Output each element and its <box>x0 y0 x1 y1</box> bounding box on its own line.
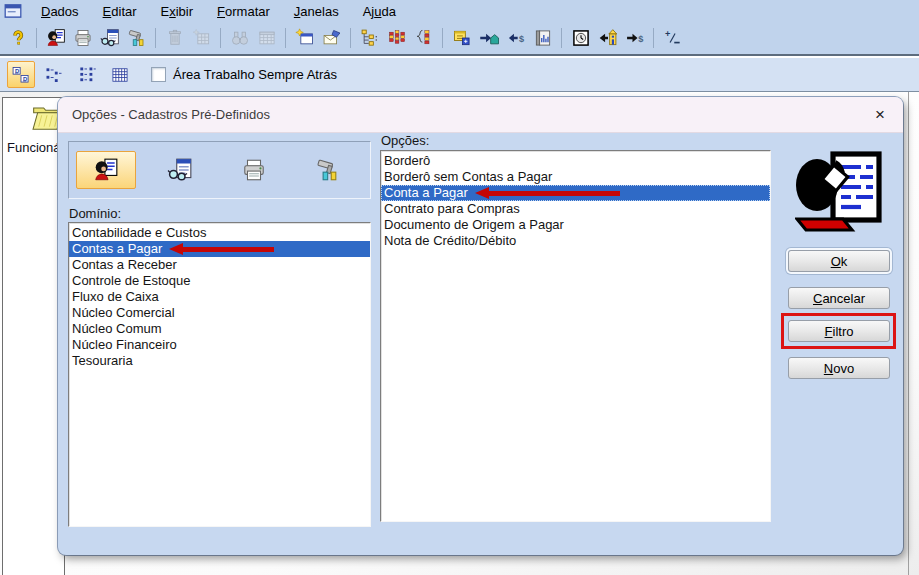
menu-exibir[interactable]: Exibir <box>149 1 206 22</box>
report-icon <box>533 28 553 48</box>
table-view-button <box>253 25 280 51</box>
report-button[interactable] <box>529 25 556 51</box>
workspace: Funcioná Opções - Cadastros Pré-Definido… <box>0 92 919 575</box>
menu-janelas[interactable]: Janelas <box>282 1 351 22</box>
domain-list-item[interactable]: Núcleo Comum <box>69 321 370 337</box>
red-arrow-annotation <box>169 243 274 255</box>
options-listbox: Borderô Borderô sem Contas a Pagar Conta… <box>380 150 771 522</box>
ok-button[interactable]: Ok <box>788 250 890 272</box>
tileh-icon <box>44 65 64 85</box>
toolbar-button <box>280 26 291 50</box>
dollar-left-button[interactable] <box>502 25 529 51</box>
options-dialog: Opções - Cadastros Pré-Definidos × Domín… <box>58 97 903 555</box>
arrange-icon <box>11 65 31 85</box>
details-view-button[interactable] <box>106 61 134 88</box>
area-trabalho-checkbox-label: Área Trabalho Sempre Atrás <box>173 67 337 82</box>
clock-icon <box>571 28 591 48</box>
tree-icon <box>360 28 380 48</box>
tile-grid-button[interactable] <box>73 61 101 88</box>
options-list-item[interactable]: Nota de Crédito/Débito <box>381 233 770 249</box>
cascade-windows-button[interactable] <box>448 25 475 51</box>
tools-button[interactable] <box>123 25 150 51</box>
options-list-item[interactable]: Documento de Origem a Pagar <box>381 217 770 233</box>
cancel-button[interactable]: Cancelar <box>788 287 890 309</box>
tools-icon <box>127 28 147 48</box>
employee-category-button[interactable] <box>76 151 136 189</box>
domain-list-item[interactable]: Tesouraria <box>69 353 370 369</box>
delete-icon <box>165 28 185 48</box>
employee-record-button[interactable] <box>42 25 69 51</box>
child-window-icon[interactable] <box>3 3 23 19</box>
options-list-item[interactable]: Conta a Pagar <box>381 185 770 201</box>
dollarleft-icon <box>506 28 526 48</box>
domain-list-item[interactable]: Contas a Receber <box>69 257 370 273</box>
home-left-button[interactable] <box>594 25 621 51</box>
new-window-button[interactable] <box>291 25 318 51</box>
options-list-item[interactable]: Borderô sem Contas a Pagar <box>381 169 770 185</box>
help-icon <box>8 28 28 48</box>
columns-view-button[interactable] <box>383 25 410 51</box>
print-category-button[interactable] <box>224 151 284 189</box>
menu-dados[interactable]: Dados <box>29 1 91 22</box>
help-button[interactable] <box>4 25 31 51</box>
plus-minus-button[interactable] <box>659 25 686 51</box>
domain-list-item[interactable]: Controle de Estoque <box>69 273 370 289</box>
search-button <box>226 25 253 51</box>
delete-button <box>161 25 188 51</box>
person-document-illustration <box>795 151 885 235</box>
tile-cascade-button[interactable] <box>40 61 68 88</box>
newwin-icon <box>295 28 315 48</box>
menu-ajuda[interactable]: Ajuda <box>351 1 408 22</box>
main-toolbar <box>0 22 919 56</box>
homein-icon <box>479 28 499 48</box>
print-icon <box>73 28 93 48</box>
dollarright-icon <box>625 28 645 48</box>
arrange-windows-button[interactable] <box>7 61 35 88</box>
options-list-item[interactable]: Contrato para Compras <box>381 201 770 217</box>
category-icon-panel <box>68 141 371 199</box>
dialog-titlebar[interactable]: Opções - Cadastros Pré-Definidos × <box>58 97 903 133</box>
details-icon <box>110 65 130 85</box>
print-preview-button[interactable] <box>96 25 123 51</box>
employee-icon <box>93 157 119 183</box>
domain-list-item[interactable]: Fluxo de Caixa <box>69 289 370 305</box>
windows-icon <box>452 28 472 48</box>
domain-list-item[interactable]: Contabilidade e Custos <box>69 225 370 241</box>
options-label: Opções: <box>381 133 429 148</box>
group-view-button[interactable] <box>410 25 437 51</box>
print-icon <box>241 157 267 183</box>
domain-list-item[interactable]: Contas a Pagar <box>69 241 370 257</box>
employee-icon <box>46 28 66 48</box>
print-button[interactable] <box>69 25 96 51</box>
menu-items: DadosEditarExibirFormatarJanelasAjuda <box>29 0 408 22</box>
options-list-item[interactable]: Borderô <box>381 153 770 169</box>
preview-icon <box>100 28 120 48</box>
toolbar-button <box>215 26 226 50</box>
toolbar-button <box>648 26 659 50</box>
area-trabalho-checkbox[interactable] <box>151 67 166 82</box>
domain-list-item[interactable]: Núcleo Financeiro <box>69 337 370 353</box>
menu-formatar[interactable]: Formatar <box>205 1 282 22</box>
toolbar-button <box>31 26 42 50</box>
filter-button[interactable]: Filtro <box>788 320 890 342</box>
preview-icon <box>167 157 193 183</box>
window-system-icon <box>4 4 22 18</box>
clock-button[interactable] <box>567 25 594 51</box>
menu-editar[interactable]: Editar <box>91 1 149 22</box>
dialog-title: Opções - Cadastros Pré-Definidos <box>72 107 270 122</box>
group-icon <box>414 28 434 48</box>
new-record-button <box>188 25 215 51</box>
toolbar-button <box>150 26 161 50</box>
dollar-right-button[interactable] <box>621 25 648 51</box>
new-button[interactable]: Novo <box>788 357 890 379</box>
domain-list-item[interactable]: Núcleo Comercial <box>69 305 370 321</box>
tree-view-button[interactable] <box>356 25 383 51</box>
tools-category-button[interactable] <box>298 151 358 189</box>
toolbar-button <box>345 26 356 50</box>
home-in-button[interactable] <box>475 25 502 51</box>
domain-label: Domínio: <box>69 206 121 221</box>
close-icon[interactable]: × <box>869 104 891 126</box>
plusminus-icon <box>663 28 683 48</box>
send-mail-button[interactable] <box>318 25 345 51</box>
preview-category-button[interactable] <box>150 151 210 189</box>
